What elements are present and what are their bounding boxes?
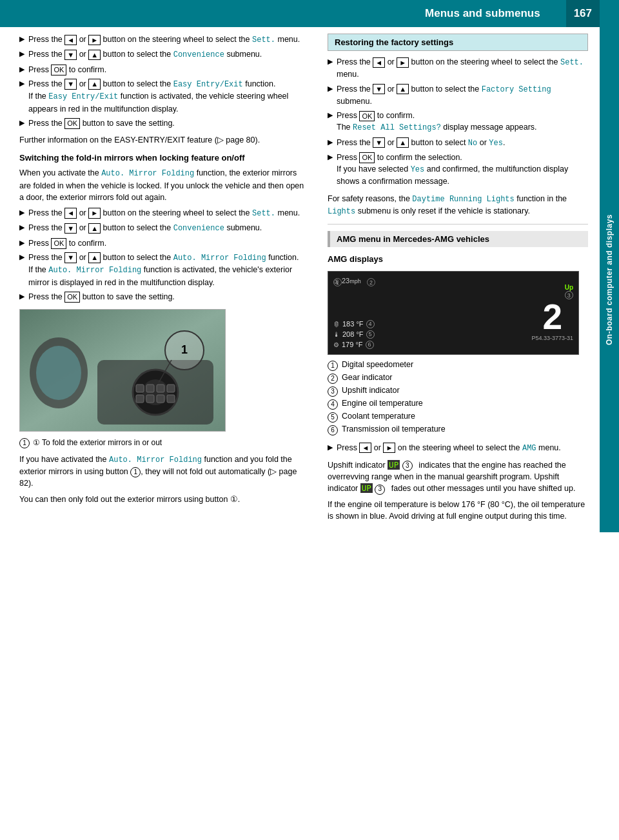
up-btn: ▲ [88,50,101,60]
bullet-text: Press the ▼ or ▲ button to select the Ea… [28,78,304,115]
mirror-image-inner: 1 [20,310,225,431]
legend-num-2: 2 [328,374,338,384]
down-btn: ▼ [64,79,77,89]
up-indicator: UP [388,460,400,470]
mid-bullet-list: ▶ Press the ◄ or ► button on the steerin… [19,207,304,303]
amg-display: ① 23mph 🛢 183 °F 4 [328,271,579,355]
bullet-text: Press the ▼ or ▲ button to select No or … [337,137,588,149]
legend-item-4: 4 Engine oil temperature [328,399,588,410]
sett-menu: Sett. [560,58,584,67]
bullet-text: Press the ◄ or ► button on the steering … [28,34,304,46]
svg-rect-10 [136,395,144,403]
list-item: ▶ Press the ▼ or ▲ button to select the … [19,252,304,288]
further-info: Further information on the EASY-ENTRY/EX… [19,134,304,146]
coolant-icon: 🌡 [333,331,340,338]
ok-btn: OK [51,238,66,248]
list-item: ▶ Press the OK button to save the settin… [19,291,304,303]
top-bullet-list: ▶ Press the ◄ or ► button on the steerin… [19,34,304,129]
list-item: ▶ Press the ▼ or ▲ button to select No o… [328,137,588,149]
bullet-text: Press OK to confirm the selection. If yo… [337,152,588,188]
right-sidebar: On-board computer and displays [600,27,619,532]
coolant-val: 208 °F [342,330,364,338]
list-item: ▶ Press the ◄ or ► button on the steerin… [19,34,304,46]
bullet-arrow: ▶ [328,137,333,147]
bullet-arrow: ▶ [328,57,333,66]
legend-text-2: Gear indicator [342,373,393,382]
ok-btn: OK [51,65,66,75]
legend-text-4: Engine oil temperature [342,399,423,408]
bullet-text: Press the ◄ or ► button on the steering … [337,56,588,81]
bullet-arrow: ▶ [19,252,25,262]
auto-mirror-fold2: Auto. Mirror Folding [48,266,141,275]
list-item: ▶ Press the ▼ or ▲ button to select the … [328,83,588,108]
ok-btn: OK [64,118,80,128]
svg-text:1: 1 [181,343,188,356]
legend-item-5: 5 Coolant temperature [328,412,588,423]
bullet-arrow: ▶ [328,443,333,452]
svg-rect-8 [157,385,164,392]
legend-num-5: 5 [328,412,338,423]
bullet-text: Press ◄ or ► on the steering wheel to se… [337,442,588,454]
right-btn: ► [88,35,101,45]
left-btn: ◄ [359,443,371,453]
list-item: ▶ Press OK to confirm. [19,237,304,249]
restoring-bullet-list: ▶ Press the ◄ or ► button on the steerin… [328,56,588,188]
no-option: No [468,139,477,148]
reset-msg: Reset All Settings? [353,123,441,132]
easy-entry2: Easy Entry/Exit [48,92,118,101]
oil-icon: 🛢 [333,321,340,328]
section-heading-fold: Switching the fold-in mirrors when lock­… [19,152,304,164]
legend-6: 6 [366,341,374,349]
bullet-arrow: ▶ [19,49,25,59]
engine-temp-para: If the engine oil temperature is below 1… [328,499,588,522]
auto-mirror-fold: Auto. Mirror Folding [173,254,266,263]
bullet-text: Press OK to confirm. [28,64,304,75]
oil-val: 183 °F [342,320,364,328]
img-label: P54.33-3773-31 [531,335,573,341]
divider [328,224,588,225]
legend-text-3: Upshift indicator [342,386,400,395]
amg-displays-heading: AMG displays [328,254,588,265]
legend-1: 1 [333,278,342,286]
list-item: ▶ Press the ◄ or ► button on the steerin… [328,56,588,81]
bullet-text: Press the OK button to save the setting. [28,117,304,129]
speed-label: 23mph [342,277,361,285]
right-btn: ► [383,443,395,453]
legend-5: 5 [366,330,375,339]
bullet-arrow: ▶ [19,223,25,232]
left-btn: ◄ [373,57,385,68]
ok-btn: OK [359,111,375,121]
svg-rect-7 [146,385,154,392]
svg-rect-12 [157,395,164,403]
header-title: Menus and submenus [425,7,540,20]
down-btn: ▼ [373,84,385,94]
down-btn: ▼ [64,252,77,263]
sidebar-label: On-board computer and displays [605,214,614,345]
bullet-arrow: ▶ [328,152,333,162]
up-btn: ▲ [397,84,409,94]
bullet-text: Press the ▼ or ▲ button to select the Au… [28,252,304,288]
bullet-text: Press the ▼ or ▲ button to select the Co… [28,48,304,61]
auto-mirror-folding: Auto. Mirror Folding [101,169,194,178]
svg-rect-13 [167,395,175,403]
down-btn: ▼ [64,50,77,60]
auto-mirror-fold3: Auto. Mirror Fold­ing [109,455,202,465]
legend-num-6: 6 [328,425,338,435]
bullet-arrow: ▶ [19,118,25,128]
image-caption: 1 ① To fold the exterior mirrors in or o… [19,438,304,448]
list-item: ▶ Press the ▼ or ▲ button to select the … [19,78,304,115]
amg-bullet-list: ▶ Press ◄ or ► on the steering wheel to … [328,442,588,454]
amg-legend: 1 Digital speedometer 2 Gear indicator 3… [328,360,588,435]
bullet-arrow: ▶ [19,79,25,88]
upshift-para: Upshift indicator UP 3 indicates that th… [328,459,588,495]
left-column: ▶ Press the ◄ or ► button on the steerin… [0,27,316,532]
legend-num-1: 1 [328,361,338,371]
gear-number: 2 [542,299,562,335]
down-btn: ▼ [373,137,385,148]
bullet-arrow: ▶ [328,110,333,120]
bullet-arrow: ▶ [19,208,25,217]
up-indicator2: UP [360,483,373,493]
bullet-arrow: ▶ [328,84,333,94]
legend-item-2: 2 Gear indicator [328,373,588,384]
sett-menu: Sett. [252,209,275,218]
